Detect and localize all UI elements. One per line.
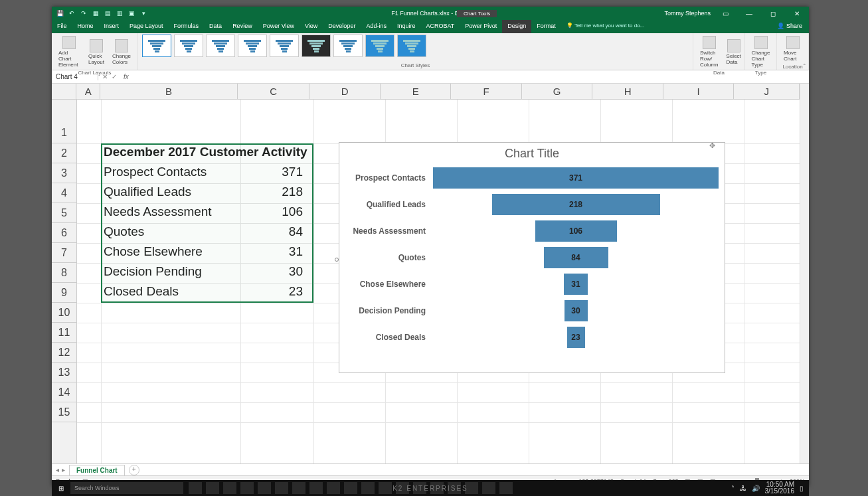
sheet-nav-next-icon[interactable]: ▸ [62,466,65,473]
excel-icon[interactable] [499,482,513,494]
app-icon[interactable] [327,482,340,494]
tab-add-ins[interactable]: Add-ins [361,20,392,33]
tab-page-layout[interactable]: Page Layout [124,20,169,33]
sheet-tab[interactable]: Funnel Chart [69,465,125,475]
tab-power-pivot[interactable]: Power Pivot [460,20,502,33]
table-row[interactable]: Closed Deals23 [104,284,307,299]
table-row[interactable]: Prospect Contacts371 [104,165,307,179]
ie-icon[interactable] [240,482,254,494]
row-header[interactable]: 6 [52,223,76,243]
switch-row-column-button[interactable]: Switch Row/ Column [697,35,721,69]
taskbar-search[interactable]: Search Windows [70,482,183,494]
app-icon[interactable] [361,482,375,494]
funnel-bar[interactable]: 30 [564,300,588,321]
file-explorer-icon[interactable] [258,482,271,494]
funnel-bar[interactable]: 218 [492,194,660,215]
tab-format[interactable]: Format [531,20,561,33]
chart-style-thumb[interactable] [142,35,171,57]
row-header[interactable]: 3 [52,163,76,183]
column-header[interactable]: I [663,84,734,99]
maximize-button[interactable]: ◻ [764,10,782,17]
cell-b2-title[interactable]: December 2017 Customer Activity [104,145,307,159]
notifications-icon[interactable]: ▯ [800,485,804,492]
qat-icon[interactable]: ▤ [104,9,112,17]
start-button[interactable]: ⊞ [52,485,70,492]
settings-icon[interactable] [206,482,219,494]
edge-icon[interactable] [223,482,236,494]
tab-developer[interactable]: Developer [323,20,361,33]
task-view-icon[interactable] [189,482,202,494]
tray-network-icon[interactable]: 🖧 [740,485,746,492]
add-sheet-button[interactable]: + [129,465,139,475]
sheet-nav-prev-icon[interactable]: ◂ [56,466,59,473]
table-row[interactable]: Decision Pending30 [104,264,307,279]
chart-style-thumb[interactable] [365,35,394,57]
row-header[interactable]: 1 [52,100,76,143]
chart-style-thumb[interactable] [397,35,426,57]
funnel-plot-area[interactable]: Prospect Contacts371Qualified Leads218Ne… [339,163,725,355]
app-icon[interactable] [482,482,495,494]
tray-chevron-up-icon[interactable]: ˄ [731,485,735,492]
tab-file[interactable]: File [52,20,72,33]
table-row[interactable]: Chose Elsewhere31 [104,244,307,259]
minimize-button[interactable]: — [740,10,758,17]
vertical-scrollbar[interactable] [800,84,809,463]
chart-title[interactable]: Chart Title [339,143,725,163]
tab-data[interactable]: Data [204,20,227,33]
funnel-bar[interactable]: 106 [535,220,617,242]
row-header[interactable]: 10 [52,303,76,323]
tab-power-view[interactable]: Power View [258,20,300,33]
select-data-button[interactable]: Select Data [724,35,744,69]
column-header[interactable]: B [100,84,238,99]
row-header[interactable]: 12 [52,343,76,363]
tray-volume-icon[interactable]: 🔊 [752,485,760,492]
column-header[interactable]: D [309,84,380,99]
column-header[interactable]: E [381,84,451,99]
row-header[interactable]: 4 [52,183,76,203]
tab-view[interactable]: View [300,20,323,33]
column-header[interactable]: H [592,84,663,99]
row-header[interactable]: 9 [52,283,76,303]
row-header[interactable]: 13 [52,363,76,382]
app-icon[interactable] [379,482,392,494]
tab-insert[interactable]: Insert [99,20,125,33]
tab-acrobat[interactable]: ACROBAT [420,20,460,33]
chart-style-thumb[interactable] [238,35,267,57]
chart-style-thumb[interactable] [302,35,331,57]
ribbon-options-icon[interactable]: ▭ [716,10,735,17]
cell-area[interactable]: December 2017 Customer ActivityProspect … [77,100,800,463]
column-header[interactable]: A [76,84,100,99]
row-header[interactable]: 14 [52,382,76,402]
funnel-bar[interactable]: 371 [433,167,719,189]
tab-design[interactable]: Design [502,20,531,33]
tab-home[interactable]: Home [72,20,99,33]
tell-me-search[interactable]: 💡 Tell me what you want to do... [566,20,644,33]
select-all-corner[interactable] [52,84,76,99]
resize-handle[interactable] [335,258,339,262]
move-chart-button[interactable]: Move Chart [781,35,804,63]
worksheet-grid[interactable]: ABCDEFGHIJ 123456789101112131415 Decembe… [52,84,809,463]
column-header[interactable]: C [238,84,309,99]
column-header[interactable]: F [451,84,521,99]
row-header[interactable]: 15 [52,402,76,422]
chart-style-thumb[interactable] [174,35,203,57]
app-icon[interactable] [292,482,305,494]
row-header[interactable]: 5 [52,203,76,223]
app-icon[interactable] [309,482,323,494]
row-header[interactable]: 2 [52,143,76,163]
tray-clock[interactable]: 10:50 AM 3/15/2016 [765,481,795,495]
close-button[interactable]: ✕ [788,10,806,17]
quick-layout-button[interactable]: Quick Layout [86,35,107,69]
save-icon[interactable]: 💾 [56,9,64,17]
row-header[interactable]: 8 [52,263,76,283]
funnel-bar[interactable]: 31 [564,274,588,295]
row-header[interactable]: 7 [52,243,76,263]
app-icon[interactable] [275,482,288,494]
column-header[interactable]: G [522,84,592,99]
qat-icon[interactable]: ▾ [139,9,147,17]
chart-style-thumb[interactable] [333,35,363,57]
table-row[interactable]: Needs Assessment106 [104,205,307,219]
row-header[interactable]: 11 [52,323,76,343]
chart-style-thumb[interactable] [206,35,235,57]
funnel-bar[interactable]: 84 [544,247,608,268]
